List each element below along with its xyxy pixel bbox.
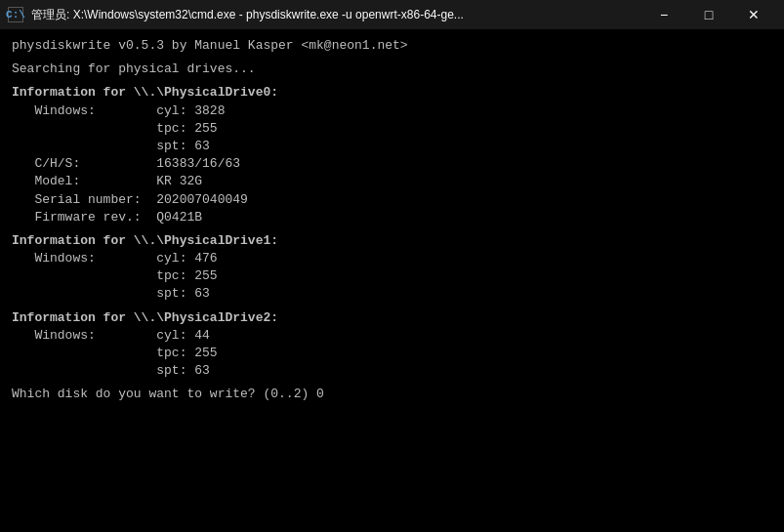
terminal-line: Searching for physical drives... bbox=[12, 61, 772, 78]
restore-button[interactable]: □ bbox=[686, 0, 731, 29]
terminal-line: Windows: cyl: 44 bbox=[12, 327, 772, 345]
terminal-line: spt: 63 bbox=[12, 285, 772, 303]
close-button[interactable]: ✕ bbox=[731, 0, 776, 29]
cmd-window: C:\ 管理员: X:\Windows\system32\cmd.exe - p… bbox=[0, 0, 784, 532]
terminal-line: physdiskwrite v0.5.3 by Manuel Kasper <m… bbox=[12, 37, 772, 55]
terminal-line: Windows: cyl: 476 bbox=[12, 250, 772, 267]
window-icon: C:\ bbox=[8, 7, 23, 22]
terminal-line: Information for \\.\PhysicalDrive1: bbox=[12, 232, 772, 250]
title-bar-text: 管理员: X:\Windows\system32\cmd.exe - physd… bbox=[31, 7, 634, 23]
terminal-line: Which disk do you want to write? (0..2) … bbox=[12, 386, 772, 403]
terminal-line: tpc: 255 bbox=[12, 267, 772, 285]
terminal-line: spt: 63 bbox=[12, 138, 772, 155]
title-bar: C:\ 管理员: X:\Windows\system32\cmd.exe - p… bbox=[0, 0, 784, 29]
title-bar-controls: − □ ✕ bbox=[641, 0, 776, 29]
terminal-line: Firmware rev.: Q0421B bbox=[12, 209, 772, 226]
terminal-line: C/H/S: 16383/16/63 bbox=[12, 155, 772, 173]
terminal-line: Serial number: 202007040049 bbox=[12, 191, 772, 209]
minimize-button[interactable]: − bbox=[641, 0, 686, 29]
terminal-line: tpc: 255 bbox=[12, 345, 772, 362]
terminal-line: Information for \\.\PhysicalDrive0: bbox=[12, 84, 772, 102]
terminal-line: Windows: cyl: 3828 bbox=[12, 102, 772, 120]
terminal-line: Information for \\.\PhysicalDrive2: bbox=[12, 309, 772, 327]
terminal-output: physdiskwrite v0.5.3 by Manuel Kasper <m… bbox=[0, 29, 784, 532]
terminal-line: Model: KR 32G bbox=[12, 173, 772, 190]
terminal-line: tpc: 255 bbox=[12, 120, 772, 138]
terminal-line: spt: 63 bbox=[12, 362, 772, 380]
